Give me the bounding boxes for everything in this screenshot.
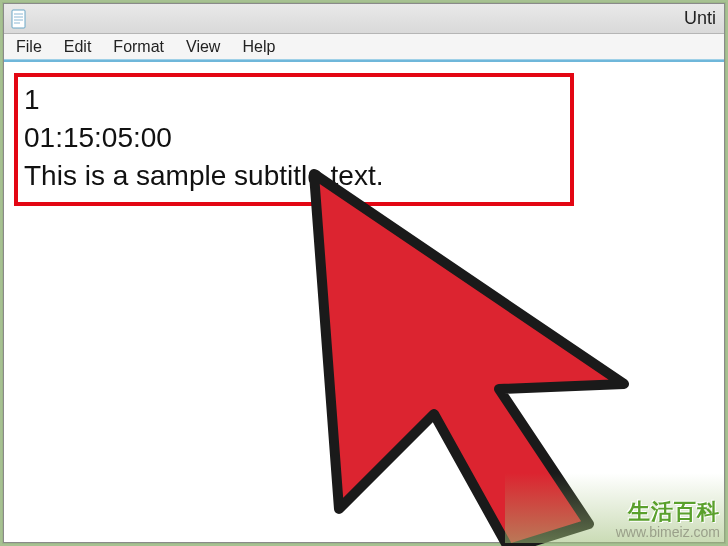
watermark-brand: 生活百科 <box>616 500 720 524</box>
menubar: File Edit Format View Help <box>4 34 724 60</box>
notepad-window: Unti File Edit Format View Help 1 01:15:… <box>3 3 725 543</box>
subtitle-timecode: 01:15:05:00 <box>24 119 564 157</box>
menu-view[interactable]: View <box>182 36 224 58</box>
menu-help[interactable]: Help <box>238 36 279 58</box>
text-area[interactable]: 1 01:15:05:00 This is a sample subtitle … <box>4 63 724 542</box>
subtitle-line: This is a sample subtitle text. <box>24 157 564 195</box>
window-title: Unti <box>684 8 716 29</box>
document-icon <box>10 8 28 30</box>
menu-edit[interactable]: Edit <box>60 36 96 58</box>
page-frame: Unti File Edit Format View Help 1 01:15:… <box>0 0 728 546</box>
titlebar: Unti <box>4 4 724 34</box>
subtitle-index: 1 <box>24 81 564 119</box>
svg-rect-0 <box>12 10 25 28</box>
menu-format[interactable]: Format <box>109 36 168 58</box>
watermark-url: www.bimeiz.com <box>616 525 720 540</box>
menu-file[interactable]: File <box>12 36 46 58</box>
highlight-box: 1 01:15:05:00 This is a sample subtitle … <box>14 73 574 206</box>
menubar-accent <box>4 60 724 62</box>
watermark: 生活百科 www.bimeiz.com <box>616 500 720 540</box>
